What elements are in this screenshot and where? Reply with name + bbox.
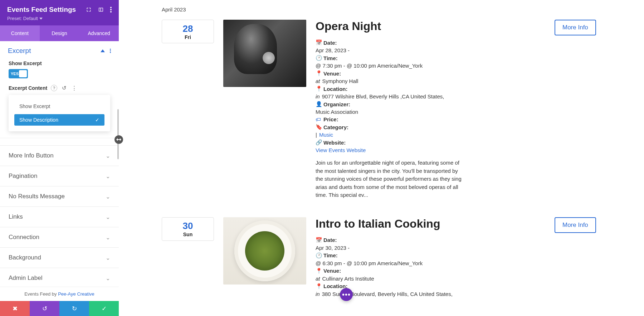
section-excerpt: Excerpt Show Excerpt YES Excerpt Content… xyxy=(0,41,119,138)
dots-icon: ••• xyxy=(342,291,351,298)
show-excerpt-label: Show Excerpt xyxy=(9,60,110,66)
footer-link[interactable]: Pee-Aye Creative xyxy=(58,291,94,297)
more-info-button[interactable]: More Info xyxy=(555,217,596,233)
preview-area: April 2023 28 Fri Opera Night 📅Date: Apr… xyxy=(119,0,644,316)
event-card: 28 Fri Opera Night 📅Date: Apr 28, 2023 -… xyxy=(162,20,601,199)
chevron-down-icon: ⌄ xyxy=(106,214,110,220)
date-day: Fri xyxy=(185,34,191,40)
event-details: Opera Night 📅Date: Apr 28, 2023 - 🕐Time:… xyxy=(316,20,545,199)
section-excerpt-header[interactable]: Excerpt xyxy=(0,41,119,60)
sidebar-action-bar: ✖ ↺ ↻ ✓ xyxy=(0,301,119,316)
date-card: 30 Sun xyxy=(162,217,214,241)
option-show-excerpt[interactable]: Show Excerpt xyxy=(14,101,104,112)
excerpt-content-label: Excerpt Content xyxy=(9,85,47,91)
undo-button[interactable]: ↺ xyxy=(30,301,59,316)
pin-icon: 📍 xyxy=(316,86,321,92)
section-pagination[interactable]: Pagination⌄ xyxy=(0,166,119,186)
clock-icon: 🕐 xyxy=(316,55,321,61)
kebab-icon[interactable]: ⋮ xyxy=(71,85,77,91)
tag-icon: 🏷 xyxy=(316,116,321,122)
date-card: 28 Fri xyxy=(162,20,214,43)
tab-content[interactable]: Content xyxy=(0,25,40,41)
chevron-down-icon: ⌄ xyxy=(106,275,110,282)
check-icon: ✓ xyxy=(102,305,107,312)
section-connection[interactable]: Connection⌄ xyxy=(0,227,119,247)
sidebar-tabs: Content Design Advanced xyxy=(0,25,119,41)
kebab-icon[interactable] xyxy=(110,48,111,53)
date-number: 28 xyxy=(183,23,193,34)
event-image xyxy=(223,20,306,87)
clock-icon: 🕐 xyxy=(316,252,321,259)
person-icon: 👤 xyxy=(316,101,321,107)
section-background[interactable]: Background⌄ xyxy=(0,247,119,268)
reset-icon[interactable]: ↺ xyxy=(61,85,67,91)
pin-icon: 📍 xyxy=(316,283,321,290)
website-link[interactable]: View Events Website xyxy=(316,147,366,153)
svg-point-4 xyxy=(110,50,111,52)
chevron-down-icon: ⌄ xyxy=(106,193,110,200)
save-button[interactable]: ✓ xyxy=(89,301,119,316)
date-day: Sun xyxy=(183,232,192,237)
chevron-down-icon: ⌄ xyxy=(106,234,110,241)
svg-point-5 xyxy=(110,52,111,53)
event-card: 30 Sun Intro to Italian Cooking 📅Date: A… xyxy=(162,217,601,298)
undo-icon: ↺ xyxy=(42,305,47,312)
calendar-icon: 📅 xyxy=(316,39,321,46)
settings-sidebar: Events Feed Settings Preset: Default Con… xyxy=(0,0,119,316)
kebab-icon[interactable] xyxy=(110,7,112,13)
section-admin-label[interactable]: Admin Label⌄ xyxy=(0,268,119,287)
section-no-results[interactable]: No Results Message⌄ xyxy=(0,186,119,206)
link-icon: 🔗 xyxy=(316,139,321,146)
tab-advanced[interactable]: Advanced xyxy=(79,25,119,41)
show-excerpt-toggle[interactable]: YES xyxy=(9,69,28,78)
svg-point-2 xyxy=(110,11,112,13)
sidebar-title: Events Feed Settings xyxy=(7,6,76,14)
option-show-description[interactable]: Show Description ✓ xyxy=(14,114,104,126)
event-title: Intro to Italian Cooking xyxy=(316,217,545,230)
sidebar-body: Excerpt Show Excerpt YES Excerpt Content… xyxy=(0,41,119,287)
floating-action-button[interactable]: ••• xyxy=(340,288,353,301)
svg-point-0 xyxy=(110,7,112,8)
month-header: April 2023 xyxy=(162,6,601,13)
date-number: 30 xyxy=(183,220,193,232)
event-title: Opera Night xyxy=(316,20,545,33)
check-icon: ✓ xyxy=(95,117,99,123)
sidebar-footer: Events Feed by Pee-Aye Creative xyxy=(0,287,119,301)
section-links[interactable]: Links⌄ xyxy=(0,206,119,227)
svg-point-1 xyxy=(110,9,112,10)
tab-design[interactable]: Design xyxy=(40,25,79,41)
redo-button[interactable]: ↻ xyxy=(59,301,89,316)
chevron-up-icon xyxy=(101,49,105,52)
section-excerpt-title: Excerpt xyxy=(8,47,31,55)
pin-icon: 📍 xyxy=(316,70,321,77)
event-details: Intro to Italian Cooking 📅Date: Apr 30, … xyxy=(316,217,545,298)
section-more-info-button[interactable]: More Info Button⌄ xyxy=(0,145,119,166)
sidebar-header: Events Feed Settings Preset: Default xyxy=(0,0,119,25)
panel-icon[interactable] xyxy=(98,7,104,13)
preset-select[interactable]: Preset: Default xyxy=(7,16,112,21)
close-icon: ✖ xyxy=(13,305,18,312)
more-info-button[interactable]: More Info xyxy=(555,20,596,35)
chevron-down-icon: ⌄ xyxy=(106,152,110,159)
redo-icon: ↻ xyxy=(72,305,77,312)
excerpt-content-dropdown: Show Excerpt Show Description ✓ xyxy=(9,95,110,131)
bookmark-icon: 🔖 xyxy=(316,124,321,130)
event-image xyxy=(223,217,306,285)
svg-point-3 xyxy=(110,49,111,50)
cancel-button[interactable]: ✖ xyxy=(0,301,30,316)
calendar-icon: 📅 xyxy=(316,237,321,243)
chevron-down-icon: ⌄ xyxy=(106,254,110,261)
pin-icon: 📍 xyxy=(316,268,321,274)
category-link[interactable]: Music xyxy=(319,132,333,138)
chevron-down-icon: ⌄ xyxy=(106,173,110,180)
expand-icon[interactable] xyxy=(86,7,92,13)
help-icon[interactable]: ? xyxy=(51,85,57,91)
event-excerpt: Join us for an unforgettable night of op… xyxy=(316,159,462,199)
